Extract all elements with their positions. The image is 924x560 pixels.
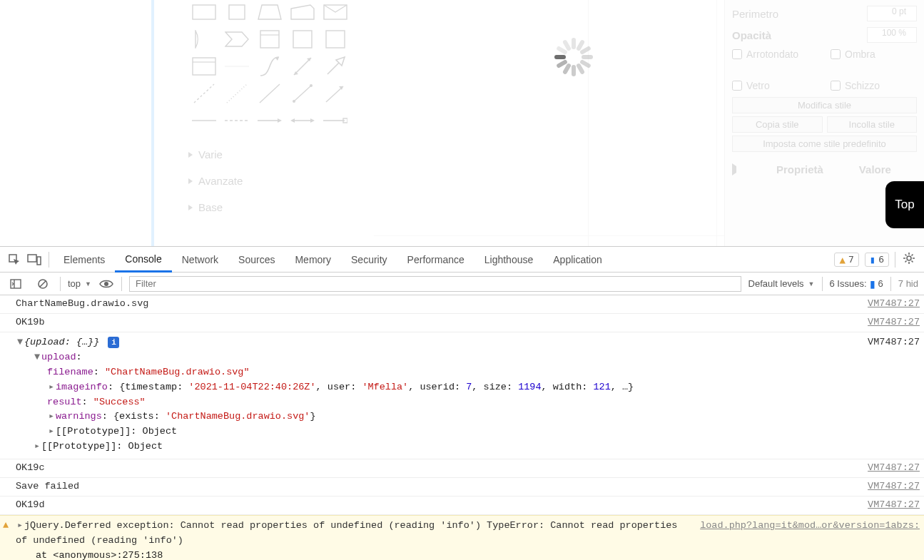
shape-biline-icon[interactable] — [287, 81, 318, 106]
shape-fatarrow-icon[interactable] — [320, 54, 351, 78]
shape-dashed-icon[interactable] — [188, 81, 220, 106]
levels-select[interactable]: Default levels — [748, 278, 815, 289]
shape-trapezoid-icon[interactable] — [254, 0, 285, 24]
prop-value: , width: — [542, 382, 594, 392]
messages-badge[interactable]: ▮6 — [865, 253, 889, 267]
sidebar-toggle-icon[interactable] — [6, 274, 26, 294]
tab-elements[interactable]: Elements — [54, 247, 115, 273]
svg-point-29 — [907, 256, 911, 260]
live-expression-icon[interactable] — [98, 276, 114, 292]
modifica-stile-button[interactable]: Modifica stile — [732, 97, 917, 113]
shape-rect-icon[interactable] — [188, 0, 220, 24]
properties-header[interactable]: Proprietà Valore — [732, 163, 917, 175]
shape-hopen-icon[interactable] — [320, 108, 351, 133]
section-base[interactable]: Base — [174, 194, 374, 220]
info-icon[interactable]: i — [108, 337, 119, 348]
settings-icon[interactable] — [903, 252, 915, 267]
section-avanzate[interactable]: Avanzate — [174, 168, 374, 194]
shape-line-icon[interactable] — [254, 81, 285, 106]
svg-line-19 — [326, 86, 343, 102]
perimetro-input[interactable]: 0 pt — [867, 6, 917, 21]
shape-ribbon-icon[interactable] — [287, 0, 318, 24]
tab-sources[interactable]: Sources — [228, 247, 285, 273]
opacita-input[interactable]: 100 % — [867, 27, 917, 43]
shape-chevron-icon[interactable] — [221, 27, 253, 51]
context-select[interactable]: top — [68, 278, 91, 289]
inspect-icon[interactable] — [4, 250, 24, 270]
issues-indicator[interactable]: 6 Issues: ▮ 6 — [830, 278, 883, 290]
shape-harrow-icon[interactable] — [254, 108, 285, 133]
shape-hbiarrow-icon[interactable] — [287, 108, 318, 133]
console-warning: ▲ ▸jQuery.Deferred exception: Cannot rea… — [0, 515, 924, 560]
context-label: top — [68, 278, 81, 289]
shape-rect2-icon[interactable] — [287, 27, 318, 51]
svg-marker-2 — [258, 5, 281, 19]
source-link[interactable]: VM7487:27 — [868, 297, 920, 312]
source-link[interactable]: VM7487:27 — [868, 498, 920, 513]
top-badge[interactable]: Top — [885, 181, 924, 228]
shape-rect3-icon[interactable] — [320, 27, 351, 51]
shape-label-icon[interactable] — [221, 54, 253, 78]
shape-hdash-icon[interactable] — [221, 108, 253, 133]
copia-stile-button[interactable]: Copia stile — [732, 116, 823, 133]
source-link[interactable]: VM7487:27 — [868, 315, 920, 330]
tab-performance[interactable]: Performance — [397, 247, 474, 273]
tab-memory[interactable]: Memory — [285, 247, 341, 273]
tab-security[interactable]: Security — [341, 247, 397, 273]
log-message: ChartNameBug.drawio.svg — [16, 297, 862, 312]
clear-console-icon[interactable] — [33, 274, 53, 294]
source-link[interactable]: VM7487:27 — [868, 335, 920, 454]
shape-halfcircle-icon[interactable] — [188, 27, 220, 51]
shape-biarrow-icon[interactable] — [287, 54, 318, 78]
tab-application[interactable]: Application — [543, 247, 612, 273]
log-message: OK19b — [16, 315, 862, 330]
warnings-badge[interactable]: ▲7 — [834, 253, 858, 267]
console-row: OK19b VM7487:27 — [0, 314, 924, 332]
filter-input[interactable] — [129, 276, 741, 292]
shape-container-icon[interactable] — [254, 27, 285, 51]
prop-value: , …} — [611, 382, 634, 392]
vetro-checkbox[interactable]: Vetro — [732, 80, 811, 91]
tab-lighthouse[interactable]: Lighthouse — [474, 247, 544, 273]
shape-hline-icon[interactable] — [188, 108, 220, 133]
svg-point-34 — [104, 282, 108, 286]
section-varie[interactable]: Varie — [174, 141, 374, 168]
device-icon[interactable] — [24, 250, 44, 270]
expand-icon[interactable]: ▸ — [47, 424, 56, 439]
svg-rect-7 — [293, 31, 312, 48]
tab-console[interactable]: Console — [115, 247, 171, 273]
source-link[interactable]: load.php?lang=it&mod…or&version=1abzs: — [700, 519, 920, 560]
prop-value: 121 — [593, 382, 610, 392]
shape-square-icon[interactable] — [221, 0, 253, 24]
ombra-checkbox[interactable]: Ombra — [831, 49, 909, 60]
schizzo-checkbox[interactable]: Schizzo — [831, 80, 909, 91]
svg-line-13 — [194, 84, 214, 103]
arrotondato-label: Arrotondato — [746, 49, 798, 60]
console-output[interactable]: ChartNameBug.drawio.svg VM7487:27 OK19b … — [0, 295, 924, 560]
expand-icon[interactable]: ▼ — [16, 335, 24, 350]
expand-icon[interactable]: ▼ — [33, 350, 41, 365]
shape-arrow-icon[interactable] — [320, 81, 351, 106]
proprieta-label: Proprietà — [776, 163, 823, 175]
expand-icon[interactable]: ▸ — [33, 439, 41, 454]
arrotondato-checkbox[interactable]: Arrotondato — [732, 49, 811, 60]
imposta-predef-button[interactable]: Imposta come stile predefinito — [732, 136, 917, 152]
prop-key: upload — [41, 352, 76, 362]
shape-curve-icon[interactable] — [254, 54, 285, 78]
shape-grid — [174, 0, 374, 141]
shape-dotted-icon[interactable] — [221, 81, 253, 106]
expand-icon[interactable]: ▸ — [47, 380, 56, 395]
prop-key: [[Prototype]] — [41, 441, 116, 452]
shape-window-icon[interactable] — [188, 54, 220, 78]
expand-icon[interactable]: ▸ — [16, 519, 24, 534]
prop-value: 1194 — [518, 382, 541, 392]
expand-icon[interactable]: ▸ — [47, 409, 56, 424]
tab-network[interactable]: Network — [172, 247, 228, 273]
svg-rect-27 — [28, 255, 36, 262]
warnings-count: 7 — [848, 254, 854, 265]
shape-envelope-icon[interactable] — [320, 0, 351, 24]
prop-value: "Success" — [93, 397, 146, 407]
source-link[interactable]: VM7487:27 — [868, 479, 920, 494]
incolla-stile-button[interactable]: Incolla stile — [827, 116, 918, 133]
source-link[interactable]: VM7487:27 — [868, 461, 920, 476]
